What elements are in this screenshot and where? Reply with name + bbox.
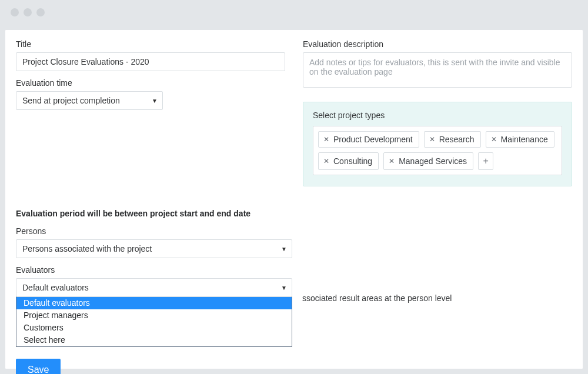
eval-desc-label: Evaluation description [303,39,572,49]
title-label: Title [16,39,285,49]
evaluators-select[interactable]: Default evaluators ▼ [16,278,292,297]
save-button[interactable]: Save [16,359,61,374]
eval-time-value: Send at project completion [22,96,120,105]
tag-label: Consulting [333,156,372,166]
form-panel: Title Evaluation time Send at project co… [5,29,583,369]
evaluators-option[interactable]: Project managers [16,309,292,322]
chevron-down-icon: ▼ [281,285,287,291]
window-dot [24,8,32,16]
tag-label: Managed Services [399,156,467,166]
window-dot [11,8,19,16]
evaluators-label: Evaluators [16,265,572,275]
project-type-tag[interactable]: ✕ Product Development [318,131,419,148]
right-column: Evaluation description Select project ty… [303,39,572,186]
title-input[interactable] [16,52,285,71]
left-column: Title Evaluation time Send at project co… [16,39,285,186]
project-type-tag[interactable]: ✕ Maintenance [486,131,554,148]
persons-label: Persons [16,226,572,236]
app-window: Title Evaluation time Send at project co… [0,0,588,374]
tag-label: Research [439,135,475,144]
section-evaluation-details: Evaluation period will be between projec… [16,209,572,374]
close-icon[interactable]: ✕ [491,136,497,143]
evaluators-dropdown: Default evaluators Project managers Cust… [16,296,292,347]
project-types-box: Select project types ✕ Product Developme… [303,102,572,186]
eval-time-label: Evaluation time [16,78,285,88]
persons-value: Persons associated with the project [22,244,152,253]
eval-period-note: Evaluation period will be between projec… [16,209,572,218]
project-type-tag[interactable]: ✕ Managed Services [383,152,473,170]
result-areas-hint-fragment: ssociated result areas at the person lev… [302,293,452,303]
window-titlebar [0,0,588,25]
close-icon[interactable]: ✕ [389,158,395,165]
project-type-tag[interactable]: ✕ Consulting [318,152,379,170]
eval-desc-textarea[interactable] [303,52,572,88]
window-dot [36,8,45,16]
close-icon[interactable]: ✕ [323,136,329,143]
evaluators-option[interactable]: Default evaluators [16,297,292,309]
tag-label: Product Development [333,135,413,144]
project-types-label: Select project types [313,111,562,120]
tag-label: Maintenance [501,135,548,144]
project-types-container: ✕ Product Development ✕ Research ✕ Maint… [313,126,562,175]
eval-time-select[interactable]: Send at project completion ▼ [16,91,163,110]
close-icon[interactable]: ✕ [429,136,435,143]
close-icon[interactable]: ✕ [323,158,329,165]
evaluators-option[interactable]: Customers [16,322,292,334]
evaluators-option[interactable]: Select here [16,334,292,346]
evaluators-value: Default evaluators [22,283,89,292]
add-project-type-button[interactable]: + [478,152,493,170]
project-type-tag[interactable]: ✕ Research [424,131,481,148]
chevron-down-icon: ▼ [152,98,158,104]
top-row: Title Evaluation time Send at project co… [16,39,572,186]
chevron-down-icon: ▼ [281,246,287,252]
persons-select[interactable]: Persons associated with the project ▼ [16,239,292,258]
